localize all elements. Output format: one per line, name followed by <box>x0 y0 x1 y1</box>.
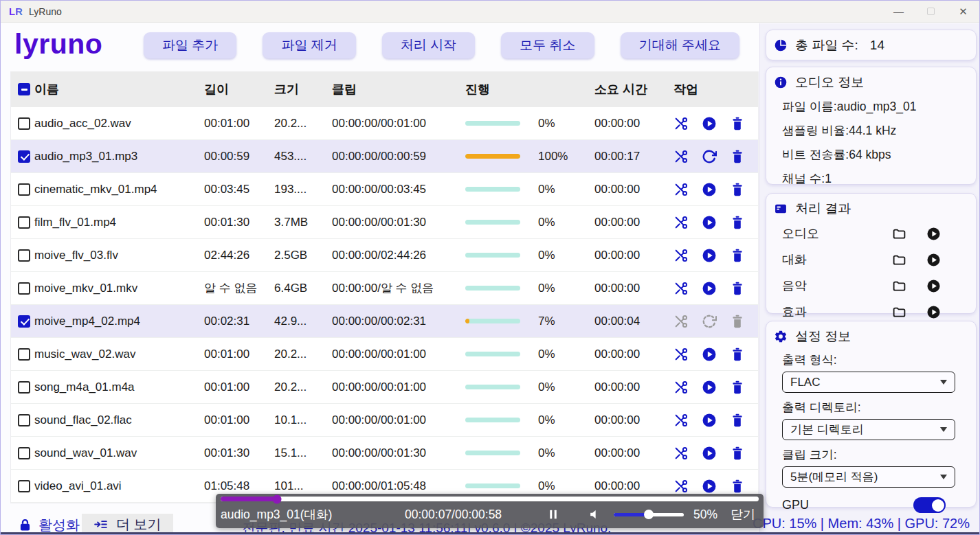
scissors-icon[interactable] <box>673 182 689 197</box>
scissors-icon[interactable] <box>673 479 689 494</box>
trash-icon[interactable] <box>730 182 745 197</box>
gpu-toggle[interactable] <box>913 497 946 513</box>
row-checkbox[interactable] <box>18 348 30 361</box>
seek-handle[interactable] <box>273 494 282 503</box>
minimize-icon[interactable]: — <box>882 1 915 22</box>
toolbar: 파일 추가 파일 제거 처리 시작 모두 취소 기대해 주세요 <box>144 32 739 58</box>
row-checkbox[interactable] <box>18 480 30 492</box>
folder-icon[interactable] <box>892 279 906 293</box>
start-processing-button[interactable]: 처리 시작 <box>382 32 475 58</box>
row-checkbox[interactable] <box>18 183 30 196</box>
table-row[interactable]: music_wav_02.wav00:01:0020.2...00:00:00/… <box>11 338 758 371</box>
scissors-icon[interactable] <box>673 281 689 296</box>
player-controls: audio_mp3_01(대화) 00:00:07/00:00:58 50% 닫… <box>221 503 755 525</box>
play-icon[interactable] <box>926 227 941 241</box>
trash-icon[interactable] <box>730 281 745 296</box>
file-progress: 0% <box>465 183 594 196</box>
row-checkbox[interactable] <box>18 282 30 295</box>
maximize-icon[interactable] <box>915 1 947 22</box>
row-checkbox[interactable] <box>18 216 30 229</box>
clip-size-select[interactable]: 5분(메모리 적음) <box>782 466 955 488</box>
play-icon[interactable] <box>926 305 941 319</box>
scissors-icon[interactable] <box>673 248 689 263</box>
scissors-icon[interactable] <box>673 116 689 131</box>
table-row[interactable]: song_m4a_01.m4a00:01:0020.2...00:00:00/0… <box>11 371 758 404</box>
scissors-icon[interactable] <box>673 215 689 230</box>
trash-icon[interactable] <box>730 248 745 263</box>
audio-info-bitrate: 비트 전송률:64 kbps <box>774 146 968 163</box>
table-row[interactable]: film_flv_01.mp400:01:303.7MB00:00:00/00:… <box>11 206 758 239</box>
trash-icon[interactable] <box>730 479 745 494</box>
seek-slider[interactable] <box>221 497 759 501</box>
file-size: 10.1... <box>274 413 332 427</box>
play-icon[interactable] <box>702 479 717 494</box>
player-close-button[interactable]: 닫기 <box>731 506 755 523</box>
scissors-icon[interactable] <box>673 446 689 461</box>
trash-icon[interactable] <box>730 215 745 230</box>
table-row[interactable]: audio_mp3_01.mp300:00:59453....00:00:00/… <box>11 140 758 173</box>
trash-icon[interactable] <box>730 413 745 428</box>
output-format-select[interactable]: FLAC <box>782 372 955 393</box>
trash-icon[interactable] <box>730 149 745 164</box>
row-checkbox[interactable] <box>18 150 30 163</box>
close-icon[interactable]: ✕ <box>947 1 979 22</box>
play-icon[interactable] <box>702 413 717 428</box>
file-size: 3.7MB <box>274 216 332 229</box>
select-all-checkbox[interactable] <box>18 83 30 95</box>
folder-icon[interactable] <box>892 305 906 319</box>
folder-icon[interactable] <box>892 253 906 267</box>
progress-bar <box>465 418 520 422</box>
file-elapsed: 00:00:00 <box>594 183 673 196</box>
header-elapsed: 소요 시간 <box>594 81 673 98</box>
row-checkbox[interactable] <box>18 447 30 459</box>
progress-percent: 0% <box>538 183 555 196</box>
play-icon[interactable] <box>702 215 717 230</box>
table-row[interactable]: sound_flac_02.flac00:01:0010.1...00:00:0… <box>11 404 758 437</box>
play-icon[interactable] <box>702 182 717 197</box>
trash-icon[interactable] <box>730 446 745 461</box>
row-checkbox[interactable] <box>18 381 30 394</box>
play-icon[interactable] <box>926 253 941 267</box>
scissors-icon[interactable] <box>673 380 689 395</box>
table-row[interactable]: cinematic_mkv_01.mp400:03:45193....00:00… <box>11 173 758 206</box>
redo-icon[interactable] <box>702 149 717 164</box>
scissors-icon[interactable] <box>673 413 689 428</box>
trash-icon[interactable] <box>730 380 745 395</box>
play-icon[interactable] <box>702 446 717 461</box>
table-row[interactable]: moive_mp4_02.mp400:02:3142.9...00:00:00/… <box>11 305 758 338</box>
add-files-button[interactable]: 파일 추가 <box>144 32 236 58</box>
coming-soon-button[interactable]: 기대해 주세요 <box>621 32 739 58</box>
file-progress: 0% <box>465 413 594 427</box>
play-icon[interactable] <box>702 281 717 296</box>
file-clip: 00:00:00/00:02:31 <box>332 315 465 328</box>
remove-files-button[interactable]: 파일 제거 <box>263 32 355 58</box>
results-title: 처리 결과 <box>795 200 851 218</box>
cancel-all-button[interactable]: 모두 취소 <box>501 32 594 58</box>
trash-icon[interactable] <box>730 347 745 362</box>
scissors-icon[interactable] <box>673 149 689 164</box>
row-checkbox[interactable] <box>18 249 30 262</box>
play-icon[interactable] <box>702 347 717 362</box>
play-icon[interactable] <box>702 380 717 395</box>
table-row[interactable]: moive_mkv_01.mkv알 수 없음6.4GB00:00:00/알 수 … <box>11 272 758 305</box>
play-icon[interactable] <box>702 116 717 131</box>
row-checkbox[interactable] <box>18 315 30 328</box>
play-icon[interactable] <box>702 248 717 263</box>
scissors-icon[interactable] <box>673 347 689 362</box>
speaker-icon[interactable] <box>588 508 601 521</box>
progress-percent: 7% <box>538 315 555 328</box>
volume-handle[interactable] <box>644 510 654 519</box>
row-checkbox[interactable] <box>18 414 30 426</box>
pause-icon[interactable] <box>546 508 560 521</box>
folder-icon[interactable] <box>892 227 906 241</box>
table-row[interactable]: audio_acc_02.wav00:01:0020.2...00:00:00/… <box>11 107 758 140</box>
row-checkbox[interactable] <box>18 117 30 130</box>
output-directory-select[interactable]: 기본 디렉토리 <box>782 419 955 440</box>
progress-bar <box>465 121 520 126</box>
trash-icon[interactable] <box>730 116 745 131</box>
volume-slider[interactable] <box>614 513 684 516</box>
play-icon[interactable] <box>926 279 941 293</box>
table-row[interactable]: moive_flv_03.flv02:44:262.5GB00:00:00/02… <box>11 239 758 272</box>
file-clip: 00:00:00/02:44:26 <box>332 249 465 262</box>
table-row[interactable]: sound_wav_01.wav00:01:3015.1...00:00:00/… <box>11 437 758 470</box>
